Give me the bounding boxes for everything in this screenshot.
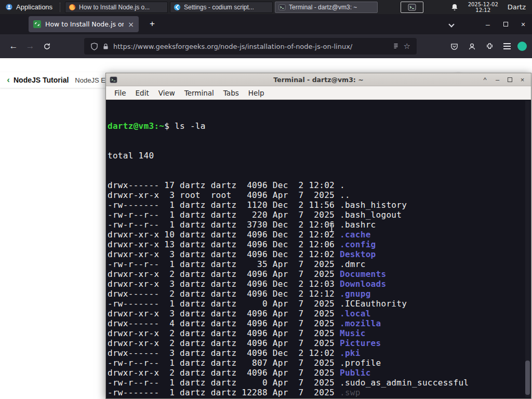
terminal-listing-row: -rw-r--r-- 1 dartz dartz 3730 Dec 2 12:0… [108,220,531,230]
geeksforgeeks-favicon [33,20,41,28]
extensions-puzzle-icon[interactable] [481,38,498,55]
url-text[interactable]: https://www.geeksforgeeks.org/node-js/in… [113,43,388,50]
file-meta: drwxr-xr-x 2 dartz dartz 4096 Apr 7 2025 [108,397,340,398]
tray-terminal-launcher[interactable] [401,2,423,13]
menu-view[interactable]: View [154,89,180,97]
terminal-listing-row: drwxr-xr-x 13 dartz dartz 4096 Dec 2 12:… [108,240,531,249]
file-meta: drwxr-xr-x 3 dartz dartz 4096 Apr 7 2025 [108,309,340,318]
file-meta: drwx------ 2 dartz dartz 4096 Dec 2 12:1… [108,289,340,299]
file-name: Desktop [340,249,376,259]
menu-hamburger-icon[interactable] [499,38,515,55]
terminal-window-controls: ^ – × [481,76,531,84]
clock[interactable]: 2025-12-02 12:12 [468,2,498,13]
file-name: .sudo_as_admin_successful [340,378,469,388]
bookmark-star-icon[interactable]: ☆ [404,42,410,51]
taskbar-item-title: How to Install Node.js o... [79,4,150,11]
file-meta: drwxr-xr-x 13 dartz dartz 4096 Dec 2 12:… [108,240,340,249]
pocket-icon[interactable] [446,38,462,55]
browser-maximize-button[interactable] [497,14,514,34]
taskbar-item-firefox[interactable]: How to Install Node.js o... [65,2,168,13]
file-meta: -rw-r--r-- 1 dartz dartz 3730 Dec 2 12:0… [108,220,340,230]
file-name: Downloads [340,279,386,289]
file-meta: drwxr-xr-x 2 dartz dartz 4096 Apr 7 2025 [108,368,340,378]
terminal-scrollbar[interactable] [525,101,530,397]
file-name: .mozilla [340,318,381,328]
user-label: Dartz [508,3,526,11]
scrollbar-thumb[interactable] [525,361,530,395]
new-tab-button[interactable]: + [145,17,159,31]
taskbar-item-terminal[interactable]: Terminal - dartz@vm3: ~ [275,2,378,13]
file-name: .bash_logout [340,210,402,220]
file-meta: drwx------ 4 dartz dartz 4096 Apr 7 2025 [108,318,340,328]
terminal-listing-row: drwxr-xr-x 3 root root 4096 Apr 7 2025 .… [108,190,531,200]
terminal-listing-row: drwxr-xr-x 2 dartz dartz 4096 Apr 7 2025… [108,368,531,378]
prompt-symbol: $ [164,121,169,131]
file-meta: -rw-r--r-- 1 dartz dartz 220 Apr 7 2025 [108,210,340,220]
terminal-listing-row: -rw------- 1 dartz dartz 12288 Apr 7 202… [108,388,531,397]
terminal-close-button[interactable]: × [518,76,526,84]
file-name: .swp [340,388,361,397]
file-meta: -rw------- 1 dartz dartz 12288 Apr 7 202… [108,388,340,397]
taskbar-item-codium[interactable]: Settings - codium script... [170,2,273,13]
applications-label: Applications [16,3,52,11]
terminal-listing-row: drwxr-xr-x 3 dartz dartz 4096 Dec 2 12:0… [108,279,531,289]
file-name: .pki [340,348,361,358]
file-name: Public [340,368,371,378]
terminal-listing-row: drwxr-xr-x 2 dartz dartz 4096 Apr 7 2025… [108,269,531,279]
maximize-icon [508,77,512,82]
account-icon[interactable] [463,38,480,55]
browser-minimize-button[interactable]: – [479,14,497,34]
taskbar-item-title: Settings - codium script... [184,4,254,11]
prompt: dartz@vm3:~ [108,121,164,131]
browser-tab-bar: How to Install Node.js on × + – × [0,14,532,34]
nav-scroll-left-icon[interactable]: ‹ [4,75,12,85]
applications-menu-button[interactable]: Applications [0,0,58,14]
terminal-listing-row: -rw-r--r-- 1 dartz dartz 807 Apr 7 2025 … [108,358,531,368]
terminal-icon [110,76,117,84]
terminal-shade-button[interactable]: ^ [481,76,489,84]
notifications-bell-icon[interactable] [450,3,459,11]
taskbar: How to Install Node.js o... Settings - c… [64,0,379,14]
browser-close-button[interactable]: × [514,14,532,34]
file-name: . [340,180,345,190]
extension-badge-icon[interactable] [517,42,527,51]
top-panel: Applications How to Install Node.js o...… [0,0,532,14]
back-button[interactable]: ← [5,38,22,55]
terminal-menubar: File Edit View Terminal Tabs Help [106,86,531,100]
clock-time: 12:12 [468,7,498,13]
tracking-protection-shield-icon[interactable] [90,43,98,50]
reader-view-icon[interactable] [392,43,400,50]
terminal-prompt-line: dartz@vm3:~$ ls -la [108,121,531,131]
menu-help[interactable]: Help [244,89,269,97]
tab-list-chevron-button[interactable] [444,14,459,34]
terminal-listing-row: -rw-r--r-- 1 dartz dartz 0 Apr 7 2025 .s… [108,378,531,388]
terminal-window-title: Terminal - dartz@vm3: ~ [106,76,531,84]
terminal-minimize-button[interactable]: – [494,76,501,84]
lock-icon[interactable] [102,43,109,50]
vscodium-icon [174,4,181,11]
terminal-output[interactable]: dartz@vm3:~$ ls -la total 140 drwx------… [106,100,531,398]
url-bar[interactable]: https://www.geeksforgeeks.org/node-js/in… [84,38,417,55]
tab-close-icon[interactable]: × [128,20,134,29]
window-controls: – × [444,14,532,34]
terminal-maximize-button[interactable] [506,77,514,82]
terminal-listing-row: -rw-r--r-- 1 dartz dartz 35 Apr 7 2025 .… [108,259,531,269]
file-name: .dmrc [340,259,366,269]
site-nav-title[interactable]: NodeJS Tutorial [14,76,69,84]
clock-date: 2025-12-02 [468,2,498,7]
reload-button[interactable] [38,38,55,55]
browser-tab[interactable]: How to Install Node.js on × [29,16,139,32]
browser-toolbar: ← → https://www.geeksforgeeks.org/node-j… [0,34,532,58]
forward-button[interactable]: → [22,38,38,55]
terminal-listing-row: drwx------ 3 dartz dartz 4096 Dec 2 12:0… [108,348,531,358]
file-name: .gnupg [340,289,371,299]
tab-title: How to Install Node.js on [45,20,124,28]
terminal-titlebar[interactable]: Terminal - dartz@vm3: ~ ^ – × [106,73,531,86]
menu-terminal[interactable]: Terminal [180,89,219,97]
terminal-listing-row: drwx------ 4 dartz dartz 4096 Apr 7 2025… [108,318,531,328]
menu-tabs[interactable]: Tabs [219,89,244,97]
terminal-listing-row: drwxr-xr-x 2 dartz dartz 4096 Apr 7 2025… [108,338,531,348]
file-meta: -rw-r--r-- 1 dartz dartz 0 Apr 7 2025 [108,378,340,388]
menu-file[interactable]: File [110,89,131,97]
menu-edit[interactable]: Edit [131,89,154,97]
